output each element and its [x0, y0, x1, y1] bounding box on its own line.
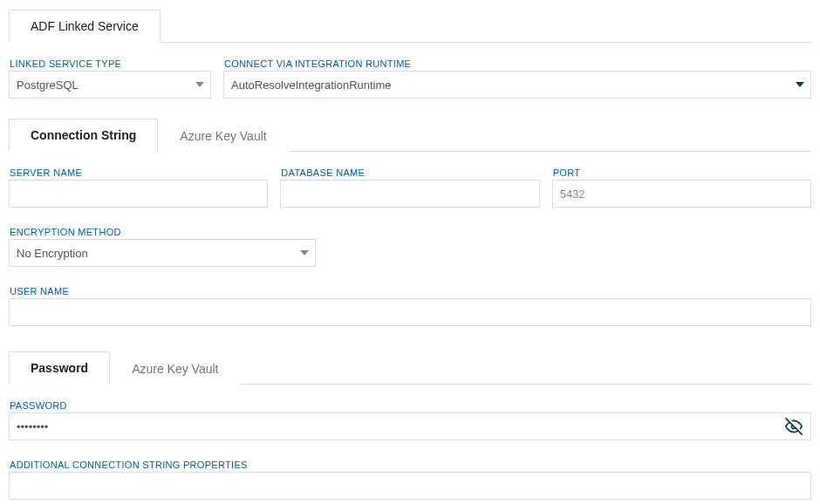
password-tabs: Password Azure Key Vault	[9, 351, 811, 385]
database-name-field: DATABASE NAME	[280, 167, 539, 208]
tab-azure-key-vault-pwd[interactable]: Azure Key Vault	[110, 352, 240, 385]
port-label: PORT	[553, 167, 811, 178]
port-input[interactable]	[552, 180, 811, 208]
password-label: PASSWORD	[10, 400, 811, 411]
tab-adf-linked-service[interactable]: ADF Linked Service	[9, 10, 161, 43]
encryption-method-field: ENCRYPTION METHOD	[9, 227, 316, 267]
encryption-method-label: ENCRYPTION METHOD	[10, 227, 316, 237]
tab-azure-key-vault[interactable]: Azure Key Vault	[158, 119, 288, 152]
connect-via-label: CONNECT VIA INTEGRATION RUNTIME	[224, 58, 811, 69]
tab-password[interactable]: Password	[9, 351, 110, 385]
additional-connection-label: ADDITIONAL CONNECTION STRING PROPERTIES	[10, 460, 811, 470]
linked-service-type-label: LINKED SERVICE TYPE	[10, 58, 211, 69]
password-input[interactable]	[9, 412, 811, 440]
eye-off-icon[interactable]	[785, 418, 803, 435]
password-field: PASSWORD	[9, 400, 811, 440]
connect-via-field: CONNECT VIA INTEGRATION RUNTIME	[223, 58, 811, 99]
additional-connection-field: ADDITIONAL CONNECTION STRING PROPERTIES	[9, 460, 811, 500]
port-field: PORT	[552, 167, 811, 208]
server-name-input[interactable]	[9, 180, 268, 208]
tab-connection-string[interactable]: Connection String	[9, 119, 158, 152]
additional-connection-input[interactable]	[9, 472, 811, 500]
database-name-label: DATABASE NAME	[281, 167, 539, 178]
main-tabs: ADF Linked Service	[9, 9, 811, 43]
server-name-field: SERVER NAME	[9, 167, 268, 208]
linked-service-type-field: LINKED SERVICE TYPE	[9, 58, 211, 99]
user-name-field: USER NAME	[9, 286, 811, 326]
encryption-method-select[interactable]	[9, 239, 316, 267]
database-name-input[interactable]	[280, 180, 539, 208]
user-name-label: USER NAME	[10, 286, 811, 296]
connect-via-select[interactable]	[223, 71, 811, 99]
server-name-label: SERVER NAME	[10, 167, 268, 178]
connection-tabs: Connection String Azure Key Vault	[9, 118, 811, 152]
linked-service-type-select[interactable]	[9, 71, 211, 99]
user-name-input[interactable]	[9, 298, 811, 326]
